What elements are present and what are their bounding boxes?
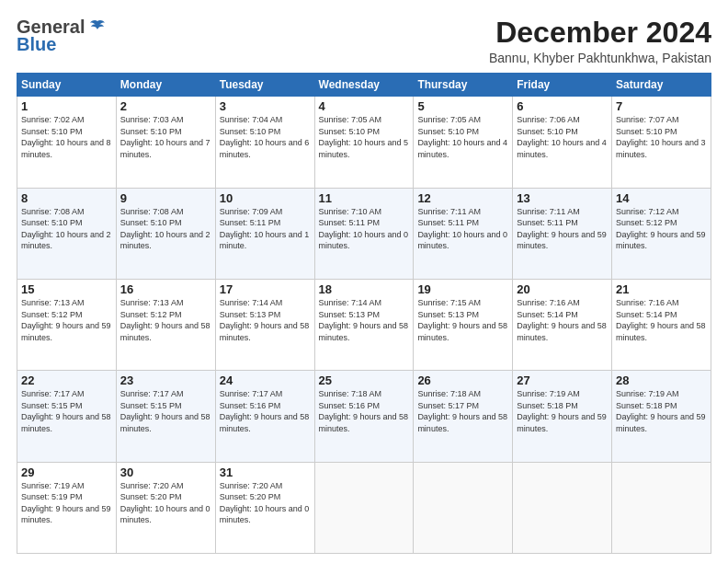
- day-number: 10: [220, 191, 311, 205]
- day-info: Sunrise: 7:13 AMSunset: 5:12 PMDaylight:…: [120, 297, 211, 343]
- calendar-day-cell: 1Sunrise: 7:02 AMSunset: 5:10 PMDaylight…: [17, 97, 117, 188]
- calendar-day-cell: 27Sunrise: 7:19 AMSunset: 5:18 PMDayligh…: [513, 371, 612, 462]
- calendar-week-row: 22Sunrise: 7:17 AMSunset: 5:15 PMDayligh…: [17, 371, 711, 462]
- day-info: Sunrise: 7:02 AMSunset: 5:10 PMDaylight:…: [21, 114, 112, 160]
- day-info: Sunrise: 7:20 AMSunset: 5:20 PMDaylight:…: [120, 480, 211, 526]
- day-number: 17: [220, 282, 311, 296]
- calendar-day-cell: 11Sunrise: 7:10 AMSunset: 5:11 PMDayligh…: [314, 188, 414, 279]
- day-info: Sunrise: 7:19 AMSunset: 5:19 PMDaylight:…: [21, 480, 112, 526]
- weekday-header-wednesday: Wednesday: [314, 74, 414, 97]
- day-number: 2: [120, 99, 211, 113]
- calendar-day-cell: 30Sunrise: 7:20 AMSunset: 5:20 PMDayligh…: [116, 462, 215, 553]
- calendar-day-cell: 20Sunrise: 7:16 AMSunset: 5:14 PMDayligh…: [513, 279, 612, 370]
- day-info: Sunrise: 7:18 AMSunset: 5:16 PMDaylight:…: [319, 388, 410, 434]
- day-info: Sunrise: 7:20 AMSunset: 5:20 PMDaylight:…: [220, 480, 311, 526]
- day-number: 25: [319, 373, 410, 387]
- day-number: 31: [220, 465, 311, 479]
- calendar-week-row: 1Sunrise: 7:02 AMSunset: 5:10 PMDaylight…: [17, 97, 711, 188]
- calendar-day-cell: 15Sunrise: 7:13 AMSunset: 5:12 PMDayligh…: [17, 279, 117, 370]
- calendar-day-cell: [513, 462, 612, 553]
- calendar-day-cell: 26Sunrise: 7:18 AMSunset: 5:17 PMDayligh…: [414, 371, 513, 462]
- day-number: 13: [517, 191, 608, 205]
- calendar-day-cell: 12Sunrise: 7:11 AMSunset: 5:11 PMDayligh…: [414, 188, 513, 279]
- weekday-header-saturday: Saturday: [612, 74, 711, 97]
- calendar-day-cell: 4Sunrise: 7:05 AMSunset: 5:10 PMDaylight…: [314, 97, 414, 188]
- calendar-week-row: 29Sunrise: 7:19 AMSunset: 5:19 PMDayligh…: [17, 462, 711, 553]
- weekday-header-friday: Friday: [513, 74, 612, 97]
- calendar-day-cell: 24Sunrise: 7:17 AMSunset: 5:16 PMDayligh…: [215, 371, 314, 462]
- day-info: Sunrise: 7:17 AMSunset: 5:15 PMDaylight:…: [120, 388, 211, 434]
- calendar-day-cell: 25Sunrise: 7:18 AMSunset: 5:16 PMDayligh…: [314, 371, 414, 462]
- calendar-day-cell: 6Sunrise: 7:06 AMSunset: 5:10 PMDaylight…: [513, 97, 612, 188]
- day-number: 1: [21, 99, 112, 113]
- calendar-day-cell: 21Sunrise: 7:16 AMSunset: 5:14 PMDayligh…: [612, 279, 711, 370]
- day-number: 21: [616, 282, 707, 296]
- title-block: December 2024 Bannu, Khyber Pakhtunkhwa,…: [489, 17, 711, 65]
- calendar-table: SundayMondayTuesdayWednesdayThursdayFrid…: [17, 73, 711, 554]
- calendar-day-cell: 8Sunrise: 7:08 AMSunset: 5:10 PMDaylight…: [17, 188, 117, 279]
- day-info: Sunrise: 7:11 AMSunset: 5:11 PMDaylight:…: [517, 206, 608, 252]
- weekday-header-thursday: Thursday: [414, 74, 513, 97]
- calendar-day-cell: 7Sunrise: 7:07 AMSunset: 5:10 PMDaylight…: [612, 97, 711, 188]
- day-number: 20: [517, 282, 608, 296]
- day-number: 23: [120, 373, 211, 387]
- day-info: Sunrise: 7:05 AMSunset: 5:10 PMDaylight:…: [417, 114, 508, 160]
- day-number: 29: [21, 465, 112, 479]
- logo: General Blue: [17, 17, 107, 55]
- day-info: Sunrise: 7:12 AMSunset: 5:12 PMDaylight:…: [616, 206, 707, 252]
- weekday-header-sunday: Sunday: [17, 74, 117, 97]
- day-info: Sunrise: 7:19 AMSunset: 5:18 PMDaylight:…: [616, 388, 707, 434]
- weekday-header-tuesday: Tuesday: [215, 74, 314, 97]
- calendar-day-cell: 23Sunrise: 7:17 AMSunset: 5:15 PMDayligh…: [116, 371, 215, 462]
- calendar-day-cell: 31Sunrise: 7:20 AMSunset: 5:20 PMDayligh…: [215, 462, 314, 553]
- month-title: December 2024: [489, 17, 711, 49]
- weekday-header-row: SundayMondayTuesdayWednesdayThursdayFrid…: [17, 74, 711, 97]
- calendar-day-cell: 9Sunrise: 7:08 AMSunset: 5:10 PMDaylight…: [116, 188, 215, 279]
- day-info: Sunrise: 7:10 AMSunset: 5:11 PMDaylight:…: [319, 206, 410, 252]
- day-number: 12: [417, 191, 508, 205]
- day-info: Sunrise: 7:19 AMSunset: 5:18 PMDaylight:…: [517, 388, 608, 434]
- day-info: Sunrise: 7:06 AMSunset: 5:10 PMDaylight:…: [517, 114, 608, 160]
- header: General Blue December 2024 Bannu, Khyber…: [17, 17, 711, 65]
- day-info: Sunrise: 7:05 AMSunset: 5:10 PMDaylight:…: [319, 114, 410, 160]
- calendar-day-cell: 17Sunrise: 7:14 AMSunset: 5:13 PMDayligh…: [215, 279, 314, 370]
- day-number: 18: [319, 282, 410, 296]
- calendar-day-cell: 10Sunrise: 7:09 AMSunset: 5:11 PMDayligh…: [215, 188, 314, 279]
- calendar-week-row: 15Sunrise: 7:13 AMSunset: 5:12 PMDayligh…: [17, 279, 711, 370]
- calendar-day-cell: [314, 462, 414, 553]
- day-number: 24: [220, 373, 311, 387]
- calendar-day-cell: [612, 462, 711, 553]
- day-number: 30: [120, 465, 211, 479]
- calendar-day-cell: 3Sunrise: 7:04 AMSunset: 5:10 PMDaylight…: [215, 97, 314, 188]
- day-number: 3: [220, 99, 311, 113]
- day-number: 28: [616, 373, 707, 387]
- day-info: Sunrise: 7:09 AMSunset: 5:11 PMDaylight:…: [220, 206, 311, 252]
- day-info: Sunrise: 7:11 AMSunset: 5:11 PMDaylight:…: [417, 206, 508, 252]
- day-info: Sunrise: 7:18 AMSunset: 5:17 PMDaylight:…: [417, 388, 508, 434]
- weekday-header-monday: Monday: [116, 74, 215, 97]
- page: General Blue December 2024 Bannu, Khyber…: [0, 0, 728, 563]
- day-number: 7: [616, 99, 707, 113]
- day-number: 11: [319, 191, 410, 205]
- day-number: 22: [21, 373, 112, 387]
- calendar-week-row: 8Sunrise: 7:08 AMSunset: 5:10 PMDaylight…: [17, 188, 711, 279]
- calendar-day-cell: 19Sunrise: 7:15 AMSunset: 5:13 PMDayligh…: [414, 279, 513, 370]
- day-info: Sunrise: 7:16 AMSunset: 5:14 PMDaylight:…: [517, 297, 608, 343]
- day-info: Sunrise: 7:08 AMSunset: 5:10 PMDaylight:…: [21, 206, 112, 252]
- calendar-day-cell: 18Sunrise: 7:14 AMSunset: 5:13 PMDayligh…: [314, 279, 414, 370]
- day-info: Sunrise: 7:17 AMSunset: 5:16 PMDaylight:…: [220, 388, 311, 434]
- calendar-day-cell: 28Sunrise: 7:19 AMSunset: 5:18 PMDayligh…: [612, 371, 711, 462]
- calendar-day-cell: 22Sunrise: 7:17 AMSunset: 5:15 PMDayligh…: [17, 371, 117, 462]
- day-number: 14: [616, 191, 707, 205]
- day-number: 15: [21, 282, 112, 296]
- day-info: Sunrise: 7:15 AMSunset: 5:13 PMDaylight:…: [417, 297, 508, 343]
- calendar-day-cell: 13Sunrise: 7:11 AMSunset: 5:11 PMDayligh…: [513, 188, 612, 279]
- calendar-day-cell: [414, 462, 513, 553]
- day-info: Sunrise: 7:03 AMSunset: 5:10 PMDaylight:…: [120, 114, 211, 160]
- calendar-day-cell: 29Sunrise: 7:19 AMSunset: 5:19 PMDayligh…: [17, 462, 117, 553]
- calendar-day-cell: 14Sunrise: 7:12 AMSunset: 5:12 PMDayligh…: [612, 188, 711, 279]
- day-number: 27: [517, 373, 608, 387]
- calendar-day-cell: 16Sunrise: 7:13 AMSunset: 5:12 PMDayligh…: [116, 279, 215, 370]
- day-number: 19: [417, 282, 508, 296]
- day-number: 4: [319, 99, 410, 113]
